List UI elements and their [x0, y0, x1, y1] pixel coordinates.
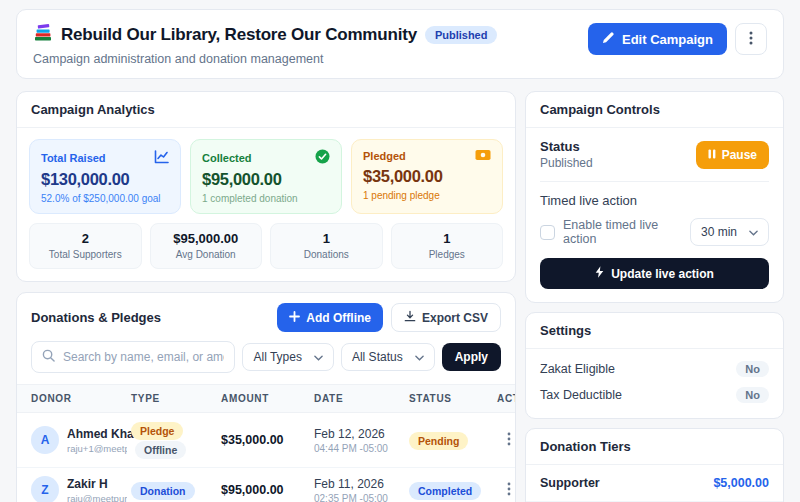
duration-select[interactable]: 30 min	[690, 218, 769, 246]
collected-sub: 1 completed donation	[202, 193, 330, 204]
time-cell: 02:35 PM -05:00	[314, 493, 409, 502]
campaign-header: Rebuild Our Library, Restore Our Communi…	[16, 9, 784, 79]
check-circle-icon	[315, 149, 330, 166]
search-icon	[42, 348, 55, 366]
avg-donation-stat: $95,000.00 Avg Donation	[150, 223, 263, 269]
tax-deductible-row: Tax Deductible No	[526, 386, 783, 412]
header-actions: Edit Campaign	[588, 23, 767, 55]
pause-icon	[708, 148, 716, 162]
add-offline-button[interactable]: Add Offline	[277, 303, 383, 332]
avatar: Z	[31, 476, 59, 502]
update-live-action-button[interactable]: Update live action	[540, 258, 769, 289]
pledged-card: Pledged $35,000.00 1 pending pledge	[351, 139, 503, 214]
left-column: Campaign Analytics Total Raised $130,000…	[16, 91, 516, 502]
right-column: Campaign Controls Status Published Pause	[525, 91, 784, 502]
apply-filters-button[interactable]: Apply	[442, 343, 501, 371]
collected-value: $95,000.00	[202, 170, 330, 189]
enable-timed-action-label: Enable timed live action	[563, 218, 690, 246]
donations-search-box	[31, 341, 235, 373]
pledge-type-badge: Pledge	[131, 422, 183, 440]
donations-filter-bar: All Types All Status Apply	[17, 341, 515, 384]
row-kebab-menu-button[interactable]	[503, 478, 515, 502]
lightning-icon	[595, 266, 604, 281]
donor-email: raju@meetpur...	[67, 493, 127, 502]
total-raised-card: Total Raised $130,000.00 52.0% of $250,0…	[29, 139, 181, 214]
amount-cell: $95,000.00	[221, 483, 314, 497]
donations-search-input[interactable]	[63, 350, 224, 364]
controls-section-title: Campaign Controls	[526, 92, 783, 128]
table-row: Z Zakir H raju@meetpur... Donation $95,0…	[17, 468, 515, 502]
pledged-label: Pledged	[363, 150, 406, 162]
total-raised-value: $130,000.00	[41, 170, 169, 189]
settings-section-title: Settings	[526, 313, 783, 349]
analytics-stat-grid: Total Raised $130,000.00 52.0% of $250,0…	[17, 128, 515, 223]
kebab-icon	[749, 31, 753, 48]
avatar: A	[31, 426, 59, 454]
header-kebab-menu-button[interactable]	[735, 23, 767, 55]
row-kebab-menu-button[interactable]	[503, 428, 515, 453]
table-header-row: Donor Type Amount Date Status Actions	[17, 384, 515, 413]
status-badge: Completed	[409, 482, 481, 500]
pause-campaign-button[interactable]: Pause	[696, 141, 769, 169]
status-value: Published	[540, 156, 593, 170]
line-chart-icon	[154, 149, 169, 166]
donation-type-badge: Donation	[131, 482, 195, 500]
enable-timed-action-checkbox[interactable]	[540, 225, 555, 240]
pledges-count-stat: 1 Pledges	[391, 223, 504, 269]
pledged-sub: 1 pending pledge	[363, 190, 491, 201]
status-badge: Pending	[409, 432, 468, 450]
chevron-down-icon	[314, 350, 323, 364]
date-cell: Feb 11, 2026	[314, 477, 409, 491]
donor-name: Zakir H	[67, 477, 127, 491]
plus-icon	[289, 311, 300, 325]
donations-card: Donations & Pledges Add Offline Export C…	[16, 292, 516, 502]
tax-deductible-value: No	[736, 387, 769, 403]
pencil-icon	[602, 31, 615, 47]
tier-row-supporter: Supporter $5,000.00	[526, 465, 783, 501]
zakat-eligible-value: No	[736, 361, 769, 377]
donor-email: raju+1@meetp...	[67, 443, 127, 454]
donation-tiers-card: Donation Tiers Supporter $5,000.00 Lifet…	[525, 428, 784, 502]
donor-name: Ahmed Khan	[67, 427, 141, 441]
amount-cell: $35,000.00	[221, 433, 314, 447]
zakat-eligible-row: Zakat Eligible No	[526, 352, 783, 386]
table-row: A Ahmed Khan raju+1@meetp... Pledge Offl…	[17, 413, 515, 468]
chevron-down-icon	[415, 350, 424, 364]
banknote-icon	[475, 149, 491, 163]
status-filter-select[interactable]: All Status	[341, 343, 435, 371]
download-icon	[404, 310, 416, 325]
timed-live-action-label: Timed live action	[540, 193, 769, 208]
published-status-badge: Published	[425, 26, 498, 44]
page-title: Rebuild Our Library, Restore Our Communi…	[61, 25, 417, 45]
donations-count-stat: 1 Donations	[270, 223, 383, 269]
campaign-controls-card: Campaign Controls Status Published Pause	[525, 91, 784, 303]
chevron-down-icon	[749, 225, 758, 239]
campaign-analytics-card: Campaign Analytics Total Raised $130,000…	[16, 91, 516, 282]
tiers-section-title: Donation Tiers	[526, 429, 783, 465]
mini-stats-row: 2 Total Supporters $95,000.00 Avg Donati…	[17, 223, 515, 281]
donations-section-title: Donations & Pledges	[31, 310, 161, 325]
edit-campaign-button[interactable]: Edit Campaign	[588, 23, 727, 55]
header-left: Rebuild Our Library, Restore Our Communi…	[33, 23, 497, 66]
type-filter-select[interactable]: All Types	[242, 343, 333, 371]
time-cell: 04:44 PM -05:00	[314, 443, 409, 454]
status-label: Status	[540, 139, 593, 154]
collected-label: Collected	[202, 152, 252, 164]
total-raised-label: Total Raised	[41, 152, 106, 164]
donations-table: Donor Type Amount Date Status Actions A …	[17, 384, 515, 502]
export-csv-button[interactable]: Export CSV	[391, 303, 501, 332]
campaign-admin-page: Rebuild Our Library, Restore Our Communi…	[0, 0, 800, 502]
analytics-section-title: Campaign Analytics	[17, 92, 515, 128]
total-raised-goal: 52.0% of $250,000.00 goal	[41, 193, 169, 204]
total-supporters-stat: 2 Total Supporters	[29, 223, 142, 269]
settings-card: Settings Zakat Eligible No Tax Deductibl…	[525, 312, 784, 419]
books-icon	[33, 23, 53, 46]
collected-card: Collected $95,000.00 1 completed donatio…	[190, 139, 342, 214]
page-subtitle: Campaign administration and donation man…	[33, 52, 497, 66]
pledged-value: $35,000.00	[363, 167, 491, 186]
offline-type-badge: Offline	[135, 441, 186, 459]
date-cell: Feb 12, 2026	[314, 427, 409, 441]
